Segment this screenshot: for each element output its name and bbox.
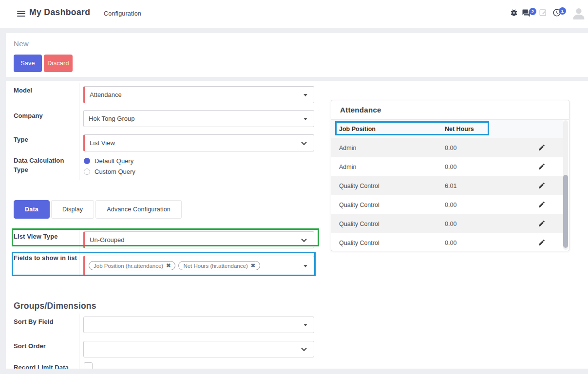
record-state-title: New	[14, 39, 29, 48]
activities-count-badge[interactable]: 1	[559, 7, 566, 15]
radio-custom-query[interactable]: Custom Query	[84, 168, 135, 175]
net-hours-cell: 0.00	[445, 164, 456, 170]
net-hours-cell: 0.00	[445, 221, 456, 227]
net-hours-cell: 6.01	[445, 183, 456, 189]
edit-pencil-icon[interactable]	[538, 163, 546, 170]
radio-selected-icon	[84, 158, 90, 164]
caret-down-icon	[303, 265, 307, 267]
preview-table-header: Job Position Net Hours	[331, 120, 563, 138]
edit-pencil-icon[interactable]	[538, 239, 546, 246]
nav-configuration[interactable]: Configuration	[104, 10, 141, 17]
net-hours-cell: 0.00	[445, 202, 456, 208]
radio-default-query[interactable]: Default Query	[84, 157, 133, 165]
menu-hamburger-icon[interactable]	[17, 11, 25, 17]
caret-down-icon	[303, 324, 307, 326]
caret-down-icon	[303, 94, 307, 96]
data-calculation-type-label: Data Calculation Type	[14, 156, 75, 175]
column-header-job-position: Job Position	[339, 126, 376, 132]
model-value: Attendance	[90, 91, 122, 98]
edit-pencil-icon[interactable]	[538, 220, 546, 227]
preview-card-title: Attendance	[340, 106, 381, 114]
fields-to-show-multiselect[interactable]: Job Position (hr.attendance) ✖ Net Hours…	[83, 256, 314, 276]
edit-pencil-icon[interactable]	[538, 201, 546, 208]
record-action-panel: New Save Discard	[6, 33, 588, 77]
preview-card: Attendance Job Position Net Hours Admin …	[331, 100, 569, 251]
company-select[interactable]: Hok Tong Group	[83, 110, 314, 127]
user-avatar[interactable]	[571, 5, 587, 22]
form-column-divider	[79, 314, 79, 369]
edit-pencil-icon[interactable]	[538, 144, 546, 151]
edit-pencil-icon[interactable]	[538, 182, 546, 189]
company-value: Hok Tong Group	[89, 115, 134, 122]
selected-field-tag: Net Hours (hr.attendance) ✖	[178, 261, 260, 270]
column-header-net-hours: Net Hours	[445, 126, 474, 132]
job-position-cell: Admin	[339, 145, 356, 151]
chevron-down-icon	[301, 346, 306, 351]
chevron-down-icon	[301, 236, 306, 242]
model-label: Model	[14, 87, 32, 94]
radio-label: Default Query	[95, 157, 133, 165]
form-column-divider	[79, 228, 79, 277]
groups-dimensions-title: Groups/Dimensions	[14, 301, 96, 311]
job-position-cell: Admin	[339, 164, 356, 170]
table-row: Quality Control 0.00	[331, 214, 563, 233]
app-title[interactable]: My Dashboard	[29, 7, 90, 18]
form-column-divider	[79, 83, 79, 180]
sort-by-field-label: Sort By Field	[14, 318, 53, 325]
record-limit-data-label: Record Limit Data	[14, 364, 69, 369]
type-label: Type	[14, 136, 28, 143]
job-position-cell: Quality Control	[339, 240, 379, 246]
config-tabs: Data Display Advance Configuration	[14, 200, 182, 219]
config-tab[interactable]: Display	[51, 200, 94, 219]
radio-label: Custom Query	[95, 168, 135, 175]
edit-square-icon[interactable]	[539, 8, 548, 17]
table-row: Admin 0.00	[331, 138, 563, 157]
scrollbar-track[interactable]	[563, 120, 568, 250]
sort-order-select[interactable]	[83, 341, 314, 357]
list-view-type-value: Un-Grouped	[90, 236, 125, 243]
remove-tag-icon[interactable]: ✖	[166, 262, 171, 269]
preview-table-body: Admin 0.00 Admin 0.00 Quality Control 6.…	[331, 138, 563, 251]
scrollbar-thumb[interactable]	[563, 175, 568, 248]
config-tab[interactable]: Data	[14, 200, 50, 219]
bug-icon[interactable]	[510, 8, 518, 17]
list-view-type-select[interactable]: Un-Grouped	[83, 231, 314, 248]
chevron-down-icon	[301, 139, 306, 145]
sort-order-label: Sort Order	[14, 342, 46, 350]
job-position-cell: Quality Control	[339, 183, 379, 189]
net-hours-cell: 0.00	[445, 240, 456, 246]
tab-label: Display	[62, 206, 83, 213]
table-row: Admin 0.00	[331, 157, 563, 176]
tab-label: Advance Configuration	[107, 206, 171, 213]
table-row: Quality Control 6.01	[331, 176, 563, 195]
radio-unselected-icon	[84, 168, 90, 175]
tag-label: Net Hours (hr.attendance)	[183, 263, 247, 269]
sort-by-field-select[interactable]	[83, 317, 314, 333]
job-position-cell: Quality Control	[339, 221, 379, 227]
list-view-type-label: List View Type	[14, 233, 58, 240]
company-label: Company	[14, 112, 43, 119]
table-row: Quality Control 0.00	[331, 233, 563, 251]
model-select[interactable]: Attendance	[83, 86, 314, 103]
job-position-cell: Quality Control	[339, 202, 379, 208]
table-row: Quality Control 0.00	[331, 195, 563, 214]
fields-to-show-label: Fields to show in list	[14, 254, 77, 262]
remove-tag-icon[interactable]: ✖	[251, 262, 255, 269]
tab-label: Data	[25, 206, 38, 213]
config-tab[interactable]: Advance Configuration	[95, 200, 182, 219]
caret-down-icon	[303, 118, 307, 120]
net-hours-cell: 0.00	[445, 145, 456, 151]
discard-button[interactable]: Discard	[44, 55, 73, 72]
record-limit-checkbox[interactable]	[84, 362, 93, 369]
type-value: List View	[90, 139, 115, 147]
top-bar: My Dashboard Configuration 2 1	[0, 0, 588, 28]
save-button[interactable]: Save	[14, 55, 42, 72]
tag-label: Job Position (hr.attendance)	[94, 263, 163, 269]
type-select[interactable]: List View	[83, 134, 314, 151]
messages-count-badge[interactable]: 2	[529, 8, 536, 15]
selected-field-tag: Job Position (hr.attendance) ✖	[89, 261, 175, 270]
